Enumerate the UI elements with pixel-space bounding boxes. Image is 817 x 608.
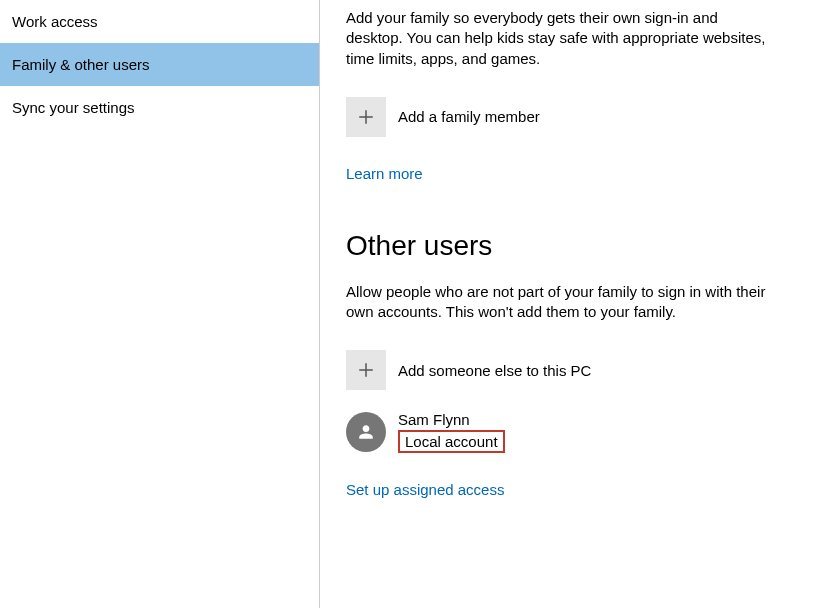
other-users-description: Allow people who are not part of your fa… [346,282,776,323]
person-icon [346,412,386,452]
sidebar-item-family-other-users[interactable]: Family & other users [0,43,319,86]
user-name: Sam Flynn [398,410,470,430]
main-content: Add your family so everybody gets their … [320,0,817,608]
user-account-type: Local account [398,430,505,454]
plus-icon [346,97,386,137]
user-account-row[interactable]: Sam Flynn Local account [346,410,799,453]
family-description: Add your family so everybody gets their … [346,8,776,69]
add-family-member-label: Add a family member [398,108,540,125]
sidebar-item-sync-your-settings[interactable]: Sync your settings [0,86,319,129]
sidebar: Work access Family & other users Sync yo… [0,0,320,608]
set-up-assigned-access-link[interactable]: Set up assigned access [346,481,504,498]
other-users-heading: Other users [346,230,799,262]
sidebar-item-work-access[interactable]: Work access [0,0,319,43]
add-other-user-label: Add someone else to this PC [398,362,591,379]
user-info: Sam Flynn Local account [398,410,505,453]
learn-more-link[interactable]: Learn more [346,165,423,182]
plus-icon [346,350,386,390]
add-other-user-button[interactable]: Add someone else to this PC [346,350,799,390]
add-family-member-button[interactable]: Add a family member [346,97,799,137]
